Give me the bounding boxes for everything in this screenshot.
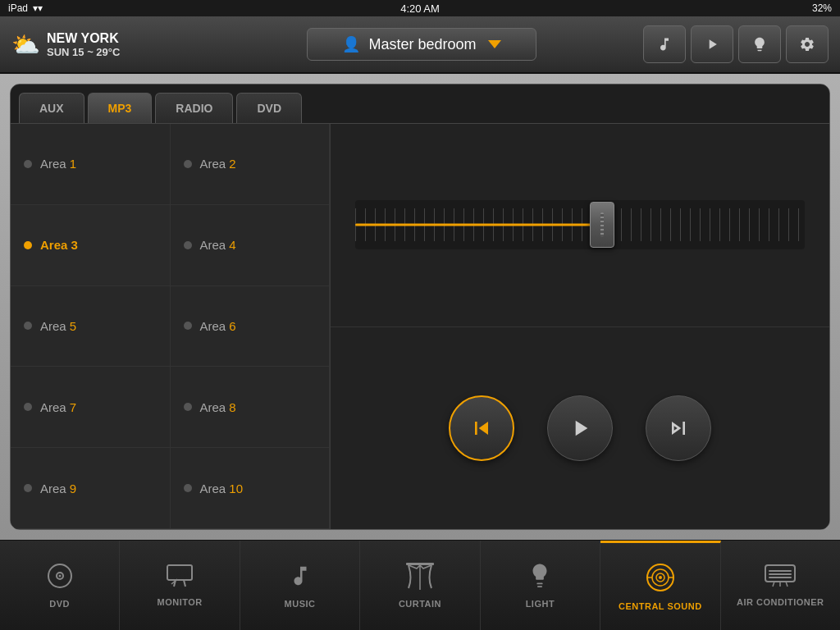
area-label: Area 9 xyxy=(40,482,76,495)
list-item[interactable]: Area 3 xyxy=(11,205,171,286)
tab-light-bottom[interactable]: LIGHT xyxy=(481,541,600,630)
area-label: Area 10 xyxy=(200,482,244,495)
tab-radio[interactable]: RADIO xyxy=(155,93,233,123)
area-dot xyxy=(184,403,192,411)
next-button[interactable] xyxy=(646,395,711,461)
monitor-label: MONITOR xyxy=(158,597,203,607)
status-bar: iPad ▾▾ 4:20 AM 32% xyxy=(0,0,840,16)
dvd-label: DVD xyxy=(49,599,70,609)
area-dot xyxy=(24,322,32,330)
music-tab-icon xyxy=(288,562,313,594)
light-label: LIGHT xyxy=(526,599,555,609)
top-header: ⛅ NEW YORK SUN 15 ~ 29°C 👤 Master bedroo… xyxy=(0,16,840,74)
area-dot xyxy=(184,484,192,492)
play-button[interactable] xyxy=(691,25,733,63)
tab-monitor-bottom[interactable]: MONITOR xyxy=(120,541,240,630)
svg-rect-17 xyxy=(769,570,792,572)
status-time: 4:20 AM xyxy=(400,2,440,15)
slider-fill xyxy=(355,224,602,226)
status-left: iPad ▾▾ xyxy=(8,2,43,14)
list-item[interactable]: Area 1 xyxy=(11,124,171,205)
weather-section: ⛅ NEW YORK SUN 15 ~ 29°C xyxy=(11,30,200,59)
area-label: Area 1 xyxy=(40,157,76,171)
list-item[interactable]: Area 7 xyxy=(11,367,171,448)
room-selector: 👤 Master bedroom xyxy=(210,28,633,61)
list-item[interactable]: Area 5 xyxy=(11,286,171,368)
top-controls xyxy=(643,25,829,63)
area-label: Area 5 xyxy=(40,319,76,333)
source-tabs: AUX MP3 RADIO DVD xyxy=(11,84,829,123)
area-label: Area 3 xyxy=(40,238,78,252)
central-sound-icon xyxy=(646,563,675,596)
tab-air-conditioner-bottom[interactable]: AIR CONDITIONER xyxy=(721,541,840,630)
area-dot xyxy=(24,403,32,411)
tab-central-sound-bottom[interactable]: CENTRAL SOUND xyxy=(600,541,720,630)
svg-point-2 xyxy=(58,575,61,578)
svg-rect-18 xyxy=(769,573,792,575)
tab-mp3[interactable]: MP3 xyxy=(88,93,153,123)
curtain-label: CURTAIN xyxy=(399,599,441,609)
music-label: MUSIC xyxy=(285,599,316,609)
area-dot xyxy=(184,241,192,249)
tab-music-bottom[interactable]: MUSIC xyxy=(240,541,360,630)
air-conditioner-label: AIR CONDITIONER xyxy=(737,597,824,607)
area-label: Area 7 xyxy=(40,400,76,414)
battery-label: 32% xyxy=(812,2,832,14)
area-dot xyxy=(24,160,32,168)
volume-slider-container xyxy=(355,200,805,249)
weather-info: SUN 15 ~ 29°C xyxy=(47,46,120,59)
weather-text: NEW YORK SUN 15 ~ 29°C xyxy=(47,30,120,59)
svg-rect-9 xyxy=(537,586,542,587)
main-content: AUX MP3 RADIO DVD Area 1 Area 2 xyxy=(0,74,840,540)
music-button[interactable] xyxy=(643,25,686,63)
svg-rect-19 xyxy=(769,577,792,578)
central-sound-label: CENTRAL SOUND xyxy=(619,601,702,611)
area-label: Area 4 xyxy=(200,238,236,252)
dropdown-arrow-icon xyxy=(488,40,501,48)
list-item[interactable]: Area 4 xyxy=(171,205,331,286)
area-dot xyxy=(184,322,192,330)
list-item[interactable]: Area 8 xyxy=(171,367,331,448)
person-icon: 👤 xyxy=(342,35,360,53)
tab-aux[interactable]: AUX xyxy=(19,93,84,123)
dvd-icon xyxy=(46,562,74,594)
room-dropdown[interactable]: 👤 Master bedroom xyxy=(307,28,536,61)
area-label: Area 6 xyxy=(200,319,236,333)
list-item[interactable]: Area 6 xyxy=(171,286,331,368)
weather-icon: ⛅ xyxy=(11,31,40,58)
weather-city: NEW YORK xyxy=(47,30,120,46)
air-conditioner-icon xyxy=(765,564,796,592)
bottom-tabs: DVD MONITOR MUSIC xyxy=(0,540,840,630)
controls-area xyxy=(331,327,829,530)
status-right: 32% xyxy=(812,2,832,14)
tab-dvd-bottom[interactable]: DVD xyxy=(0,541,120,630)
area-dot xyxy=(24,484,32,492)
room-name: Master bedroom xyxy=(368,36,476,53)
list-item[interactable]: Area 10 xyxy=(171,448,331,529)
light-button[interactable] xyxy=(738,25,781,63)
slider-thumb[interactable] xyxy=(590,202,614,248)
wifi-icon: ▾▾ xyxy=(33,2,43,14)
panel-body: Area 1 Area 2 Area 3 Area 4 xyxy=(11,123,829,529)
tab-dvd[interactable]: DVD xyxy=(236,93,302,123)
curtain-icon xyxy=(405,562,435,594)
list-item[interactable]: Area 2 xyxy=(171,124,331,205)
tab-curtain-bottom[interactable]: CURTAIN xyxy=(360,541,480,630)
right-panel xyxy=(331,124,829,529)
monitor-icon xyxy=(166,564,194,592)
svg-line-5 xyxy=(184,580,185,587)
area-label: Area 8 xyxy=(200,400,236,414)
volume-area xyxy=(331,124,829,327)
svg-rect-3 xyxy=(167,565,192,580)
list-item[interactable]: Area 9 xyxy=(11,448,171,529)
app-panel: AUX MP3 RADIO DVD Area 1 Area 2 xyxy=(10,84,830,530)
settings-button[interactable] xyxy=(786,25,829,63)
light-tab-icon xyxy=(527,562,552,594)
svg-point-13 xyxy=(659,576,662,579)
areas-list: Area 1 Area 2 Area 3 Area 4 xyxy=(11,124,331,529)
volume-slider-track[interactable] xyxy=(355,200,805,249)
play-pause-button[interactable] xyxy=(547,395,613,461)
device-label: iPad xyxy=(8,2,28,14)
svg-rect-8 xyxy=(537,583,543,585)
prev-button[interactable] xyxy=(449,395,514,461)
